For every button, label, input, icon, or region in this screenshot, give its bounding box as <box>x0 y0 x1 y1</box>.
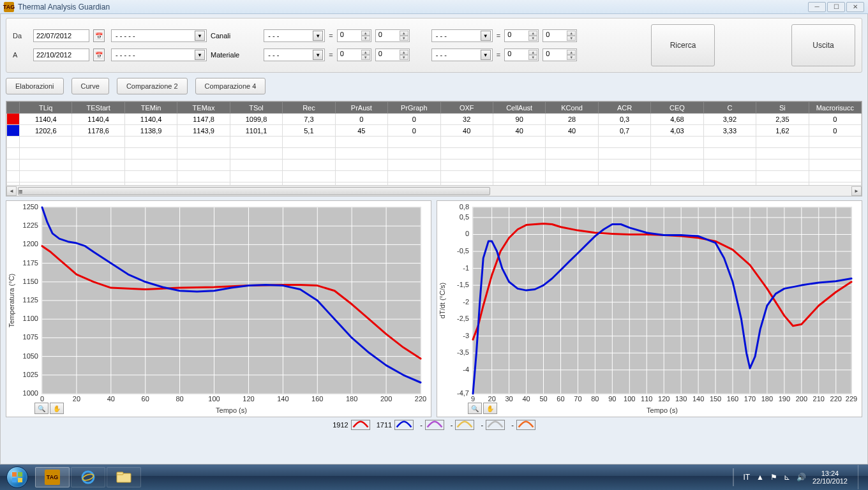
legend-label: 1711 <box>377 421 392 429</box>
start-button[interactable] <box>0 464 34 490</box>
column-header[interactable]: TEMin <box>124 102 177 114</box>
param-min-input[interactable]: 0▲▼ <box>337 29 371 42</box>
comparazione2-button[interactable]: Comparazione 2 <box>117 78 188 94</box>
pan-button[interactable]: ✋ <box>483 403 497 414</box>
column-header[interactable] <box>7 102 20 114</box>
scroll-left-icon[interactable]: ◄ <box>6 186 17 196</box>
scroll-right-icon[interactable]: ► <box>851 186 862 196</box>
network-icon[interactable]: ⊾ <box>784 473 790 482</box>
svg-text:70: 70 <box>574 395 581 403</box>
column-header[interactable]: C <box>703 102 756 114</box>
close-button[interactable]: ✕ <box>846 2 864 12</box>
column-header[interactable]: PrAust <box>335 102 387 114</box>
svg-text:150: 150 <box>710 395 721 403</box>
param-combo[interactable]: - - -▼ <box>431 29 493 42</box>
taskbar-app-explorer[interactable] <box>107 467 141 487</box>
legend-item: - <box>511 420 535 430</box>
param-max-input[interactable]: 0▲▼ <box>542 48 577 61</box>
column-header[interactable]: TSol <box>230 102 282 114</box>
param-max-input[interactable]: 0▲▼ <box>375 29 410 42</box>
curve-button[interactable]: Curve <box>71 78 109 94</box>
da-date-input[interactable] <box>33 29 89 42</box>
table-row[interactable]: 1140,41140,41140,41147,81099,87,30032902… <box>7 114 862 125</box>
svg-text:140: 140 <box>692 395 704 403</box>
legend-swatch <box>516 420 535 430</box>
action-center-icon[interactable]: ⚑ <box>770 473 777 482</box>
column-header[interactable]: Rec <box>283 102 335 114</box>
column-header[interactable]: TEStart <box>72 102 124 114</box>
column-header[interactable]: TEMax <box>177 102 230 114</box>
show-desktop-button[interactable] <box>858 465 863 489</box>
svg-text:Temperatura (°C): Temperatura (°C) <box>8 274 15 327</box>
svg-text:-0,5: -0,5 <box>457 247 469 255</box>
table-cell: 5,1 <box>283 125 335 137</box>
svg-rect-125 <box>18 478 22 482</box>
temperature-chart: 0204060801001201401601802002201000102510… <box>6 200 431 417</box>
minimize-button[interactable]: ─ <box>808 2 826 12</box>
legend-swatch <box>455 420 474 430</box>
svg-text:0,8: 0,8 <box>460 203 469 211</box>
taskbar-app-tag[interactable]: TAG <box>35 467 70 487</box>
a-date-input[interactable] <box>33 48 89 61</box>
param-combo[interactable]: - - -▼ <box>264 29 325 42</box>
column-header[interactable]: Si <box>756 102 809 114</box>
pan-button[interactable]: ✋ <box>50 403 64 414</box>
table-cell: 1147,8 <box>177 114 230 125</box>
svg-text:1125: 1125 <box>23 296 38 304</box>
comparazione4-button[interactable]: Comparazione 4 <box>195 78 266 94</box>
a-calendar-button[interactable]: 📅 <box>93 48 105 61</box>
table-cell: 0 <box>388 125 440 137</box>
svg-point-126 <box>82 471 94 483</box>
table-row[interactable]: 1202,61178,61138,91143,91101,15,14504040… <box>7 125 862 137</box>
column-header[interactable]: OXF <box>440 102 493 114</box>
window-content: Da 📅 A 📅 - - - - -▼ Canali - - - - -▼ Ma… <box>0 14 868 464</box>
svg-text:130: 130 <box>675 395 687 403</box>
param-combo[interactable]: - - -▼ <box>431 48 493 61</box>
materiale-combo[interactable]: - - - - -▼ <box>111 48 207 61</box>
param-max-input[interactable]: 0▲▼ <box>375 48 410 61</box>
ricerca-button[interactable]: Ricerca <box>651 24 715 66</box>
column-header[interactable]: KCond <box>546 102 598 114</box>
language-indicator[interactable]: IT <box>743 473 750 482</box>
column-header[interactable]: TLiq <box>20 102 72 114</box>
dropdown-arrow-icon: ▼ <box>195 50 205 60</box>
maximize-button[interactable]: ☐ <box>827 2 845 12</box>
taskbar-clock[interactable]: 13:24 22/10/2012 <box>812 470 848 485</box>
system-tray: IT ▲ ⚑ ⊾ 🔊 13:24 22/10/2012 <box>730 465 868 489</box>
horizontal-scrollbar[interactable]: ◄ ≡ ► <box>6 185 862 196</box>
svg-text:1050: 1050 <box>23 352 38 360</box>
param-combo[interactable]: - - -▼ <box>264 48 325 61</box>
param-max-input[interactable]: 0▲▼ <box>542 29 577 42</box>
app-icon: TAG <box>4 2 14 12</box>
zoom-button[interactable]: 🔍 <box>468 403 482 414</box>
legend-label: - <box>511 421 514 429</box>
column-header[interactable]: CEQ <box>651 102 703 114</box>
data-grid[interactable]: TLiqTEStartTEMinTEMaxTSolRecPrAustPrGrap… <box>6 101 862 185</box>
elaborazioni-button[interactable]: Elaborazioni <box>6 78 64 94</box>
svg-text:40: 40 <box>107 395 115 403</box>
column-header[interactable]: Macrorisucc <box>809 102 861 114</box>
table-cell: 0 <box>388 114 440 125</box>
svg-rect-123 <box>18 472 22 477</box>
param-min-input[interactable]: 0▲▼ <box>504 29 539 42</box>
da-calendar-button[interactable]: 📅 <box>93 29 105 42</box>
tray-up-icon[interactable]: ▲ <box>756 473 764 482</box>
param-min-input[interactable]: 0▲▼ <box>504 48 539 61</box>
column-header[interactable]: CellAust <box>493 102 545 114</box>
windows-orb-icon <box>6 466 28 488</box>
dropdown-arrow-icon: ▼ <box>195 31 205 41</box>
legend-swatch <box>351 420 370 430</box>
svg-text:140: 140 <box>277 395 288 403</box>
column-header[interactable]: ACR <box>598 102 650 114</box>
svg-text:0: 0 <box>465 230 469 237</box>
zoom-button[interactable]: 🔍 <box>34 403 49 414</box>
column-header[interactable]: PrGraph <box>388 102 440 114</box>
taskbar-app-ie[interactable] <box>71 467 105 487</box>
svg-text:-4: -4 <box>463 366 469 373</box>
param-min-input[interactable]: 0▲▼ <box>337 48 371 61</box>
canali-combo[interactable]: - - - - -▼ <box>111 29 207 42</box>
volume-icon[interactable]: 🔊 <box>797 473 806 482</box>
svg-text:dT/dt (°C/s): dT/dt (°C/s) <box>438 283 446 318</box>
scrollbar-thumb[interactable]: ≡ <box>18 187 490 195</box>
uscita-button[interactable]: Uscita <box>791 24 855 66</box>
